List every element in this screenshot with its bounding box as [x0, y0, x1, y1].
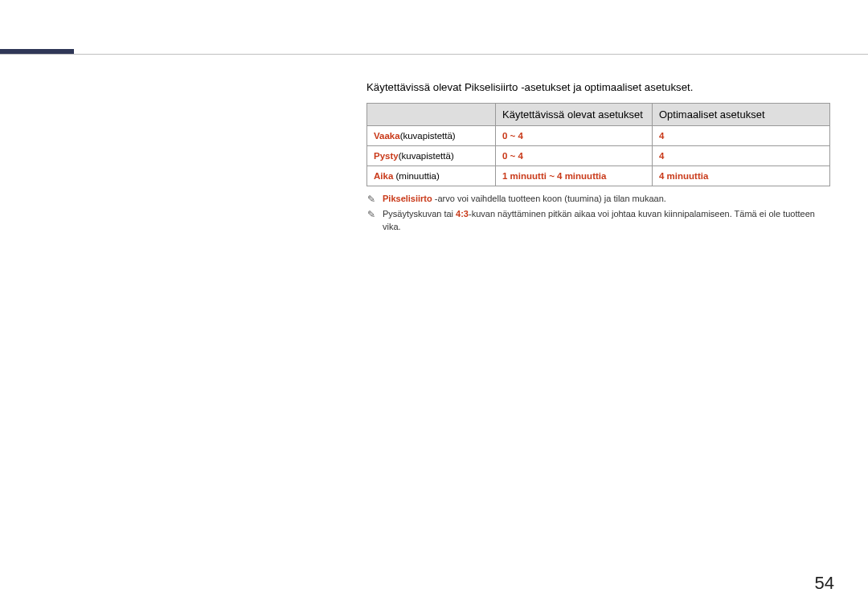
main-content: Käytettävissä olevat Pikselisiirto -aset… — [366, 81, 830, 236]
table-header-optimal: Optimaaliset asetukset — [653, 104, 830, 126]
row-label: Pysty(kuvapistettä) — [367, 146, 496, 166]
note-item: ✎ Pikselisiirto -arvo voi vaihdella tuot… — [366, 193, 830, 205]
row-label: Aika (minuuttia) — [367, 166, 496, 186]
label-rest: (minuuttia) — [393, 171, 440, 181]
row-available: 0 ~ 4 — [496, 126, 653, 146]
note-text: Pikselisiirto -arvo voi vaihdella tuotte… — [383, 193, 666, 205]
table-row: Aika (minuuttia) 1 minuutti ~ 4 minuutti… — [367, 166, 830, 186]
table-row: Vaaka(kuvapistettä) 0 ~ 4 4 — [367, 126, 830, 146]
table-header-available: Käytettävissä olevat asetukset — [496, 104, 653, 126]
label-highlight: Pysty — [374, 151, 399, 161]
notes-container: ✎ Pikselisiirto -arvo voi vaihdella tuot… — [366, 193, 830, 233]
intro-text: Käytettävissä olevat Pikselisiirto -aset… — [366, 81, 830, 93]
row-available: 1 minuutti ~ 4 minuuttia — [496, 166, 653, 186]
page-number: 54 — [815, 573, 834, 594]
label-rest: (kuvapistettä) — [399, 151, 454, 161]
top-divider — [0, 54, 868, 55]
table-row: Pysty(kuvapistettä) 0 ~ 4 4 — [367, 146, 830, 166]
row-optimal: 4 — [653, 126, 830, 146]
row-label: Vaaka(kuvapistettä) — [367, 126, 496, 146]
table-header-empty — [367, 104, 496, 126]
label-rest: (kuvapistettä) — [400, 131, 456, 141]
row-optimal: 4 — [653, 146, 830, 166]
row-available: 0 ~ 4 — [496, 146, 653, 166]
row-optimal: 4 minuuttia — [653, 166, 830, 186]
label-highlight: Vaaka — [374, 131, 400, 141]
note-text: Pysäytyskuvan tai 4:3-kuvan näyttäminen … — [383, 208, 830, 233]
label-highlight: Aika — [374, 171, 393, 181]
pencil-icon: ✎ — [366, 194, 376, 205]
note-item: ✎ Pysäytyskuvan tai 4:3-kuvan näyttämine… — [366, 208, 830, 233]
pencil-icon: ✎ — [366, 209, 376, 220]
settings-table: Käytettävissä olevat asetukset Optimaali… — [366, 103, 830, 186]
